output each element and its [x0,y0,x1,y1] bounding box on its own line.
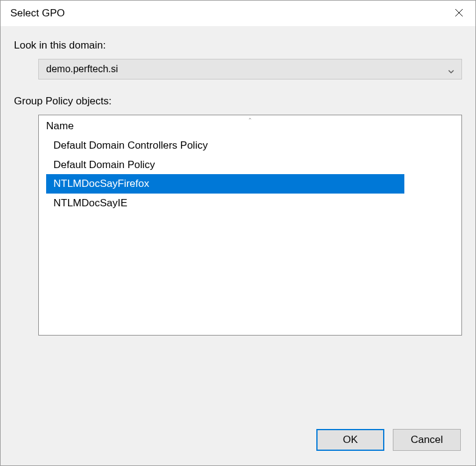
list-item[interactable]: NTLMDocSayFirefox [46,174,404,194]
list-item[interactable]: NTLMDocSayIE [46,194,404,213]
dialog-content: Look in this domain: demo.perftech.si Gr… [1,26,475,465]
domain-select[interactable]: demo.perftech.si [38,59,462,79]
gpo-list: Default Domain Controllers PolicyDefault… [39,136,461,212]
domain-label: Look in this domain: [14,39,462,52]
gpo-label: Group Policy objects: [14,95,462,107]
list-item[interactable]: Default Domain Controllers Policy [46,136,404,155]
ok-button[interactable]: OK [316,429,384,451]
gpo-listbox[interactable]: ⌃ Name Default Domain Controllers Policy… [38,115,462,336]
ok-button-label: OK [343,434,358,446]
window-title: Select GPO [8,2,67,24]
chevron-down-icon [448,66,454,72]
cancel-button[interactable]: Cancel [393,429,461,451]
domain-value: demo.perftech.si [46,64,118,75]
dialog-window: Select GPO Look in this domain: demo.per… [0,0,476,466]
column-header-name[interactable]: ⌃ Name [39,115,461,136]
dialog-footer: OK Cancel [316,429,461,451]
close-icon [455,8,463,19]
close-button[interactable] [443,1,475,26]
list-item[interactable]: Default Domain Policy [46,155,404,175]
cancel-button-label: Cancel [411,434,443,446]
titlebar: Select GPO [1,1,475,26]
sort-caret-icon: ⌃ [248,118,253,123]
column-header-text: Name [46,120,73,132]
